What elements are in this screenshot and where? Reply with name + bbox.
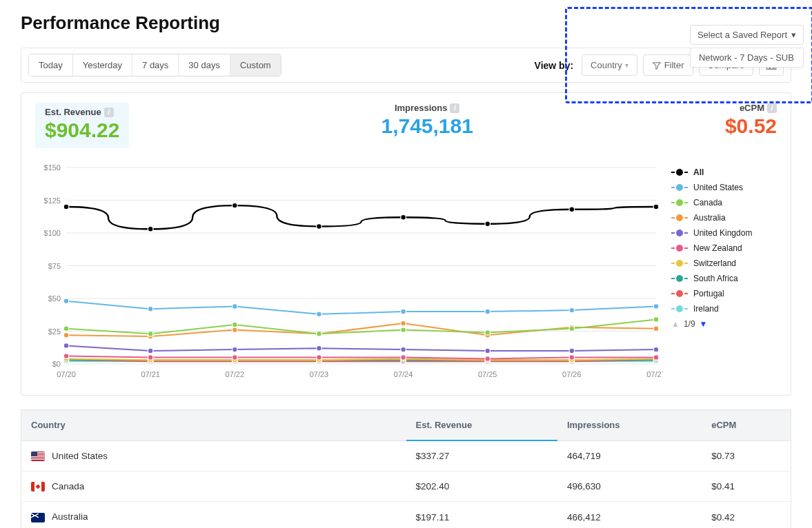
svg-point-60 xyxy=(317,355,322,361)
viewby-dropdown[interactable]: Country ▾ xyxy=(582,54,637,76)
svg-point-65 xyxy=(63,343,69,349)
svg-point-59 xyxy=(232,355,237,361)
svg-point-94 xyxy=(485,309,491,314)
svg-point-70 xyxy=(485,348,491,354)
svg-point-97 xyxy=(63,204,69,210)
filter-button[interactable]: Filter xyxy=(643,54,693,76)
table-header[interactable]: Est. Revenue xyxy=(406,410,557,441)
svg-point-63 xyxy=(569,355,575,361)
svg-point-71 xyxy=(569,348,575,354)
flag-icon xyxy=(31,482,45,491)
svg-text:$0: $0 xyxy=(52,360,61,368)
svg-point-93 xyxy=(401,309,406,314)
svg-text:07/22: 07/22 xyxy=(226,370,245,378)
legend-item[interactable]: United States xyxy=(671,183,777,192)
svg-point-75 xyxy=(232,327,237,333)
table-header[interactable]: eCPM xyxy=(702,410,791,441)
svg-text:07/20: 07/20 xyxy=(57,370,76,378)
svg-point-102 xyxy=(485,221,491,227)
svg-text:07/21: 07/21 xyxy=(141,370,160,378)
svg-text:$100: $100 xyxy=(44,229,61,237)
svg-point-84 xyxy=(317,332,322,337)
svg-text:$25: $25 xyxy=(48,327,61,336)
svg-point-81 xyxy=(63,326,69,332)
date-tab-yesterday[interactable]: Yesterday xyxy=(73,54,132,76)
svg-point-61 xyxy=(401,355,406,361)
svg-point-83 xyxy=(232,322,237,327)
svg-point-72 xyxy=(653,347,659,352)
filter-icon xyxy=(652,61,662,70)
table-row[interactable]: Canada$202.40496,630$0.41 xyxy=(21,471,791,502)
svg-point-85 xyxy=(401,327,406,333)
svg-point-100 xyxy=(317,224,322,230)
legend-item[interactable]: Switzerland xyxy=(671,258,777,268)
svg-point-69 xyxy=(401,347,406,352)
chart-legend: AllUnited StatesCanadaAustraliaUnited Ki… xyxy=(663,161,777,381)
svg-point-67 xyxy=(232,347,237,352)
svg-point-92 xyxy=(317,312,322,317)
table-header[interactable]: Impressions xyxy=(557,410,702,441)
flag-icon xyxy=(31,451,45,461)
legend-item[interactable]: Australia xyxy=(671,213,777,223)
saved-report-label: Select a Saved Report xyxy=(697,30,787,40)
legend-page: 1/9 xyxy=(684,319,695,329)
chevron-down-icon: ▾ xyxy=(791,30,796,40)
svg-point-86 xyxy=(485,330,491,336)
legend-item[interactable]: Portugal xyxy=(671,289,777,298)
legend-item[interactable]: South Africa xyxy=(671,274,777,283)
date-tab-custom[interactable]: Custom xyxy=(230,54,281,76)
page-title: Performance Reporting xyxy=(21,12,791,34)
kpi-impressions[interactable]: Impressionsi 1,745,181 xyxy=(381,103,473,137)
svg-text:07/27: 07/27 xyxy=(646,370,663,378)
legend-prev-icon: ▲ xyxy=(671,319,680,329)
svg-point-99 xyxy=(232,203,237,208)
date-tab-today[interactable]: Today xyxy=(29,54,73,76)
svg-point-103 xyxy=(569,207,575,212)
date-range-tabs: TodayYesterday7 days30 daysCustom xyxy=(28,54,281,77)
legend-item[interactable]: Canada xyxy=(671,198,777,207)
svg-point-96 xyxy=(653,304,659,309)
date-tab-30days[interactable]: 30 days xyxy=(179,54,230,76)
kpi-ecpm[interactable]: eCPMi $0.52 xyxy=(725,103,777,137)
toolbar: TodayYesterday7 days30 daysCustom View b… xyxy=(21,48,791,83)
kpi-card: Est. Revenuei $904.22 Impressionsi 1,745… xyxy=(21,92,791,396)
date-tab-7days[interactable]: 7 days xyxy=(132,54,179,76)
flag-icon xyxy=(31,513,45,522)
svg-text:07/24: 07/24 xyxy=(394,370,413,378)
kpi-ecpm-value: $0.52 xyxy=(725,114,777,137)
svg-point-98 xyxy=(148,227,153,232)
table-row[interactable]: United States$337.27464,719$0.73 xyxy=(21,440,791,471)
svg-point-64 xyxy=(653,355,659,361)
svg-text:07/26: 07/26 xyxy=(562,370,582,378)
legend-item[interactable]: Ireland xyxy=(671,304,777,314)
svg-point-66 xyxy=(148,348,153,354)
table-header[interactable]: Country xyxy=(21,410,406,441)
svg-text:$150: $150 xyxy=(44,163,61,172)
kpi-revenue-value: $904.22 xyxy=(45,119,119,141)
svg-point-101 xyxy=(401,214,406,220)
legend-item[interactable]: All xyxy=(671,167,777,177)
svg-text:$125: $125 xyxy=(44,196,61,205)
info-icon: i xyxy=(450,103,459,113)
legend-item[interactable]: New Zealand xyxy=(671,243,777,253)
svg-text:07/23: 07/23 xyxy=(310,370,329,378)
saved-report-dropdown[interactable]: Select a Saved Report ▾ xyxy=(690,25,804,45)
svg-point-77 xyxy=(401,321,406,326)
legend-item[interactable]: United Kingdom xyxy=(671,228,777,238)
table-row[interactable]: Australia$197.11466,412$0.42 xyxy=(21,502,791,528)
svg-text:$75: $75 xyxy=(48,262,61,270)
svg-point-104 xyxy=(653,204,659,210)
kpi-impressions-value: 1,745,181 xyxy=(381,114,473,137)
svg-point-68 xyxy=(317,345,322,351)
kpi-revenue[interactable]: Est. Revenuei $904.22 xyxy=(35,103,129,148)
legend-next-icon[interactable]: ▼ xyxy=(700,319,708,329)
svg-point-88 xyxy=(653,317,659,323)
saved-report-option[interactable]: Network - 7 Days - SUB xyxy=(690,48,804,68)
svg-point-91 xyxy=(232,304,237,309)
info-icon: i xyxy=(767,103,777,113)
svg-point-90 xyxy=(148,306,153,312)
svg-text:$50: $50 xyxy=(48,294,61,303)
svg-point-80 xyxy=(653,326,659,332)
svg-point-62 xyxy=(485,356,491,362)
info-icon: i xyxy=(104,108,114,117)
